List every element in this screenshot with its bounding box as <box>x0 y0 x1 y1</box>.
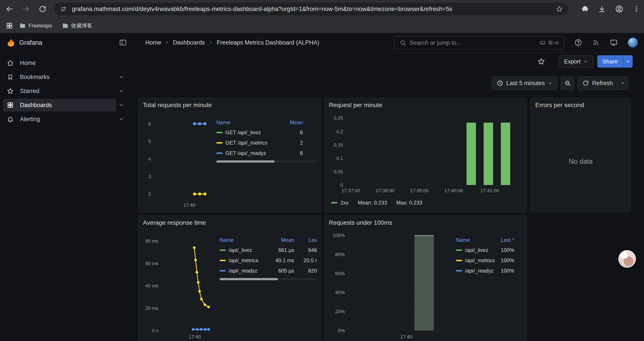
svg-text:5: 5 <box>148 139 151 144</box>
clock-icon <box>497 80 503 87</box>
legend-col-name[interactable]: Name <box>456 237 486 243</box>
sidebar-item-alerting[interactable]: Alerting <box>3 113 127 126</box>
browser-toolbar: grafana.mathmast.com/d/deytv4rwavabkb/fr… <box>0 0 644 18</box>
legend-row[interactable]: GET /api/_readyz 6 <box>216 148 317 158</box>
legend-scrollbar[interactable] <box>216 160 317 163</box>
scrollbar-thumb[interactable] <box>220 278 278 280</box>
series-swatch <box>216 153 222 154</box>
floating-avatar-widget[interactable] <box>618 250 636 268</box>
breadcrumb-dashboards[interactable]: Dashboards <box>173 39 205 46</box>
monitor-icon[interactable] <box>610 39 618 47</box>
favorite-star-icon[interactable] <box>537 58 545 65</box>
bookmark-item[interactable]: 收藏博客 <box>58 22 96 29</box>
breadcrumb-home[interactable]: Home <box>145 39 161 46</box>
chevron-down-icon[interactable] <box>116 102 127 108</box>
legend-row[interactable]: GET /api/_livez 6 <box>216 127 317 138</box>
legend-row[interactable]: GET /api/_metrics 2 <box>216 138 317 148</box>
svg-text:40 ms: 40 ms <box>145 283 158 288</box>
legend-col-mean[interactable]: Mean <box>261 237 294 243</box>
zoom-out-button[interactable] <box>561 76 574 90</box>
star-icon <box>7 88 14 95</box>
dock-toggle-icon[interactable] <box>119 33 127 52</box>
svg-text:17:40: 17:40 <box>189 334 201 339</box>
panel-title[interactable]: Errors per second <box>531 98 630 111</box>
help-icon[interactable] <box>574 39 582 47</box>
refresh-button[interactable]: Refresh <box>578 76 628 90</box>
legend-row[interactable]: /api/_livez 661 µs 646 <box>220 245 317 255</box>
download-icon[interactable] <box>598 5 606 13</box>
svg-text:17:40: 17:40 <box>184 202 196 208</box>
sidebar-item-home[interactable]: Home <box>3 57 127 69</box>
legend-table: Name Mean GET /api/_livez 6 GET /api/_me… <box>216 118 317 212</box>
profile-icon[interactable] <box>615 5 624 13</box>
forward-icon[interactable] <box>22 5 30 13</box>
panel-title[interactable]: Request per minute <box>325 98 526 111</box>
search-icon <box>400 40 406 46</box>
svg-text:0.05: 0.05 <box>334 169 343 174</box>
svg-text:100%: 100% <box>332 233 345 238</box>
legend-row[interactable]: /api/_livez 100% <box>456 245 523 255</box>
legend-scrollbar[interactable] <box>220 278 317 280</box>
legend-table: Name Mean Las /api/_livez 661 µs 646 /ap… <box>220 235 317 341</box>
sidebar-item-starred[interactable]: Starred <box>3 85 127 97</box>
bookmark-label: 收藏博客 <box>71 22 92 29</box>
search-input[interactable]: Search or jump to... ⌘+k <box>394 36 564 49</box>
legend-row[interactable]: /api/_metrics 40.1 ms 20.5 r <box>220 255 317 265</box>
panel-title[interactable]: Average response time <box>139 216 320 228</box>
sidebar-item-label: Bookmarks <box>20 74 50 81</box>
chevron-down-icon[interactable] <box>116 116 127 122</box>
legend-col-last[interactable]: Last * <box>486 237 514 243</box>
series-swatch <box>220 249 226 251</box>
chevron-right-icon <box>164 40 170 45</box>
svg-text:80 ms: 80 ms <box>145 238 158 244</box>
reload-icon[interactable] <box>38 5 46 13</box>
svg-text:0.1: 0.1 <box>336 156 343 161</box>
svg-text:0 s: 0 s <box>152 328 158 333</box>
svg-text:80%: 80% <box>335 252 345 257</box>
bookmark-star-icon[interactable] <box>556 6 563 13</box>
bookmark-item[interactable]: Freeleaps <box>15 22 56 29</box>
legend-row[interactable]: /api/_readyz 605 µs 620 <box>220 265 317 276</box>
site-settings-icon[interactable] <box>60 6 67 13</box>
apps-grid-icon[interactable] <box>6 22 13 30</box>
svg-text:4: 4 <box>148 156 151 162</box>
svg-text:40%: 40% <box>335 290 345 295</box>
legend-row[interactable]: /api/_metrics 100% <box>456 255 523 265</box>
share-menu-chevron-icon[interactable] <box>623 55 632 68</box>
url-bar[interactable]: grafana.mathmast.com/d/deytv4rwavabkb/fr… <box>54 3 568 15</box>
series-swatch <box>456 260 462 261</box>
no-data-message: No data <box>534 111 627 212</box>
folder-icon <box>19 22 26 29</box>
refresh-icon <box>582 80 589 87</box>
svg-text:17:39:00: 17:39:00 <box>410 188 429 193</box>
keyboard-icon <box>540 40 546 46</box>
back-icon[interactable] <box>5 5 14 13</box>
user-avatar[interactable] <box>628 38 638 48</box>
grafana-logo[interactable] <box>6 38 15 47</box>
panel-title[interactable]: Total requests per minute <box>139 98 320 111</box>
export-button[interactable]: Export <box>559 55 593 68</box>
sidebar-item-bookmarks[interactable]: Bookmarks <box>3 71 127 83</box>
refresh-interval-chevron-icon[interactable] <box>617 77 628 90</box>
news-rss-icon[interactable] <box>592 39 600 46</box>
extensions-icon[interactable] <box>581 5 589 13</box>
legend-inline[interactable]: 2xx Mean: 0.233 Max: 0.233 <box>331 200 523 206</box>
sidebar-item-dashboards[interactable]: Dashboards <box>3 99 127 112</box>
share-button[interactable]: Share <box>597 55 632 68</box>
series-swatch <box>456 249 462 251</box>
chevron-down-icon[interactable] <box>116 74 127 80</box>
legend-col-mean[interactable]: Mean <box>279 119 303 126</box>
svg-text:6: 6 <box>148 121 151 127</box>
sidebar-item-label: Alerting <box>20 116 40 123</box>
menu-dots-icon[interactable] <box>632 5 640 13</box>
scrollbar-thumb[interactable] <box>216 160 275 163</box>
legend-col-name[interactable]: Name <box>220 237 261 243</box>
chevron-down-icon[interactable] <box>116 88 127 94</box>
legend-col-name[interactable]: Name <box>216 119 279 126</box>
bell-icon <box>7 116 14 123</box>
legend-row[interactable]: /api/_readyz 100% <box>456 265 523 276</box>
legend-col-last[interactable]: Las <box>294 237 317 243</box>
series-swatch <box>216 132 222 133</box>
time-range-picker[interactable]: Last 5 minutes <box>492 76 558 90</box>
panel-title[interactable]: Requests under 100ms <box>325 216 526 228</box>
